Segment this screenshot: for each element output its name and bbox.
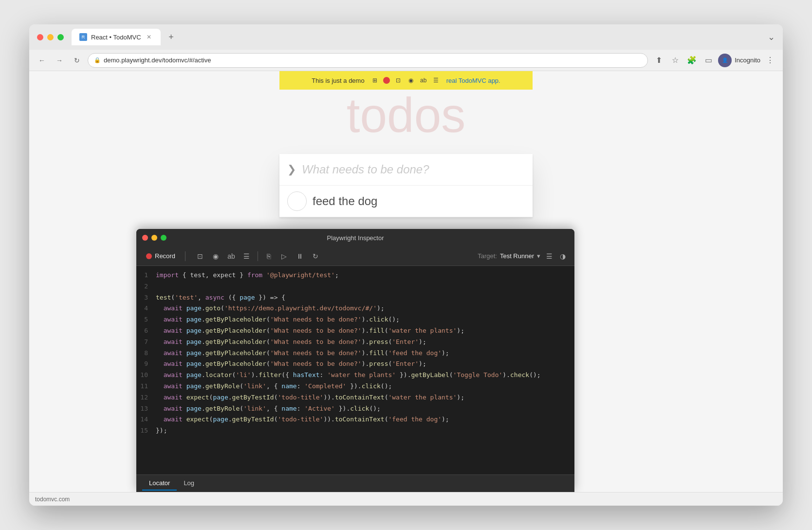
- active-tab[interactable]: R React • TodoMVC ✕: [72, 29, 161, 45]
- line-content: await page.getByPlaceholder('What needs …: [156, 326, 574, 336]
- browser-close-button[interactable]: [37, 34, 43, 40]
- share-button[interactable]: ⬆: [652, 54, 665, 67]
- sidebar-button[interactable]: ▭: [701, 54, 715, 67]
- code-line: 6 await page.getByPlaceholder('What need…: [136, 325, 574, 337]
- line-content: await page.getByRole('link', { name: 'Co…: [156, 381, 574, 392]
- notification-text: This is just a demo: [312, 77, 364, 84]
- forward-button[interactable]: →: [53, 54, 66, 67]
- line-content: test('test', async ({ page }) => {: [156, 293, 574, 303]
- code-line: 15});: [136, 425, 574, 436]
- browser-content: This is just a demo ⊞ ⊡ ◉ ab ☰ real Todo…: [29, 71, 783, 492]
- toggle-all-icon[interactable]: ❯: [287, 163, 296, 176]
- list-view-icon[interactable]: ☰: [543, 250, 555, 262]
- code-line: 7 await page.getByPlaceholder('What need…: [136, 337, 574, 348]
- inspector-right-icons: ☰ ◑: [543, 250, 569, 262]
- todo-checkbox[interactable]: [287, 191, 307, 211]
- pt-eye-icon[interactable]: ◉: [406, 76, 415, 85]
- pause-icon[interactable]: ⏸: [293, 249, 307, 263]
- browser-traffic-lights: [37, 34, 64, 40]
- extensions-button[interactable]: 🧩: [685, 54, 699, 67]
- code-line: 9 await page.getByPlaceholder('What need…: [136, 359, 574, 370]
- todo-item: feed the dog: [279, 186, 533, 217]
- line-number: 1: [136, 270, 156, 281]
- toolbar-separator-2: [258, 251, 258, 261]
- line-number: 6: [136, 326, 156, 336]
- code-line: 2: [136, 281, 574, 292]
- todo-input-placeholder: What needs to be done?: [302, 163, 429, 176]
- browser-menu-button[interactable]: ⋮: [763, 54, 777, 67]
- reload-button[interactable]: ↻: [70, 54, 84, 67]
- window-menu-icon[interactable]: ⌄: [768, 32, 775, 42]
- browser-maximize-button[interactable]: [57, 34, 64, 40]
- inspector-maximize-button[interactable]: [161, 235, 166, 241]
- code-line: 10 await page.locator('li').filter({ has…: [136, 370, 574, 381]
- line-number: 15: [136, 426, 156, 436]
- code-line: 1import { test, expect } from '@playwrig…: [136, 270, 574, 281]
- pt-list-icon[interactable]: ☰: [432, 76, 441, 85]
- pick-locator-icon[interactable]: ⊡: [193, 249, 207, 263]
- url-text: demo.playwright.dev/todomvc/#/active: [104, 57, 211, 64]
- line-number: 14: [136, 415, 156, 425]
- inspector-traffic-lights: [142, 235, 166, 241]
- explore-icon[interactable]: ◉: [209, 249, 222, 263]
- title-bar-right: ⌄: [768, 32, 775, 42]
- incognito-label: Incognito: [735, 57, 760, 64]
- line-number: 12: [136, 393, 156, 403]
- target-label: Target:: [478, 252, 497, 260]
- tab-close-button[interactable]: ✕: [145, 33, 153, 41]
- assert-value-icon[interactable]: ☰: [240, 249, 254, 263]
- back-button[interactable]: ←: [35, 54, 49, 67]
- pt-pick-icon[interactable]: ⊡: [394, 76, 403, 85]
- record-label: Record: [155, 252, 175, 260]
- browser-window: R React • TodoMVC ✕ + ⌄ ← → ↻ 🔒 demo.pla…: [29, 24, 783, 506]
- browser-minimize-button[interactable]: [47, 34, 54, 40]
- line-content: await page.getByRole('link', { name: 'Ac…: [156, 404, 574, 414]
- tab-log[interactable]: Log: [177, 476, 201, 491]
- todo-item-text: feed the dog: [313, 194, 377, 208]
- pt-record-dot: [383, 77, 390, 84]
- todo-input-wrapper: ❯ What needs to be done?: [279, 154, 533, 186]
- line-content: await page.getByPlaceholder('What needs …: [156, 348, 574, 359]
- record-button[interactable]: Record: [142, 250, 179, 262]
- profile-button[interactable]: 👤: [718, 54, 732, 67]
- new-tab-button[interactable]: +: [165, 30, 178, 44]
- continue-icon[interactable]: ↻: [309, 249, 322, 263]
- pt-text-icon[interactable]: ab: [419, 76, 428, 85]
- bookmark-button[interactable]: ☆: [668, 54, 682, 67]
- line-number: 3: [136, 293, 156, 303]
- notification-bar: This is just a demo ⊞ ⊡ ◉ ab ☰ real Todo…: [279, 71, 533, 90]
- notification-link[interactable]: real TodoMVC app.: [446, 77, 500, 84]
- target-value: Test Runner: [500, 252, 534, 260]
- browser-title-bar: R React • TodoMVC ✕ + ⌄: [29, 24, 783, 50]
- copy-icon[interactable]: ⎘: [262, 249, 276, 263]
- line-content: [156, 282, 574, 292]
- record-indicator: [146, 253, 152, 259]
- playwright-inspector: Playwright Inspector Record ⊡ ◉ ab ☰ ⎘ ▷: [136, 229, 574, 492]
- line-content: await expect(page.getByTestId('todo-titl…: [156, 415, 574, 425]
- tab-title: React • TodoMVC: [91, 34, 141, 41]
- line-number: 2: [136, 282, 156, 292]
- line-number: 7: [136, 337, 156, 347]
- inspector-close-button[interactable]: [142, 235, 148, 241]
- line-content: await page.getByPlaceholder('What needs …: [156, 315, 574, 325]
- assert-text-icon[interactable]: ab: [224, 249, 238, 263]
- line-number: 10: [136, 370, 156, 380]
- code-editor: 1import { test, expect } from '@playwrig…: [136, 266, 574, 474]
- line-number: 4: [136, 303, 156, 314]
- address-bar[interactable]: 🔒 demo.playwright.dev/todomvc/#/active: [88, 53, 648, 68]
- run-icon[interactable]: ▷: [277, 249, 291, 263]
- theme-toggle-icon[interactable]: ◑: [557, 250, 569, 262]
- line-number: 11: [136, 381, 156, 392]
- tab-favicon: R: [79, 33, 87, 41]
- inspector-minimize-button[interactable]: [151, 235, 157, 241]
- todomvc-title: todos: [347, 91, 466, 139]
- lock-icon: 🔒: [94, 57, 101, 63]
- pt-grid-icon[interactable]: ⊞: [370, 76, 379, 85]
- tab-locator[interactable]: Locator: [142, 476, 177, 491]
- line-content: });: [156, 426, 574, 436]
- code-line: 8 await page.getByPlaceholder('What need…: [136, 348, 574, 359]
- inspector-toolbar-right: Target: Test Runner ▾ ☰ ◑: [478, 250, 569, 262]
- inspector-tool-icons: ⊡ ◉ ab ☰ ⎘ ▷ ⏸ ↻: [193, 249, 322, 263]
- line-number: 9: [136, 359, 156, 369]
- target-dropdown-icon[interactable]: ▾: [537, 252, 540, 260]
